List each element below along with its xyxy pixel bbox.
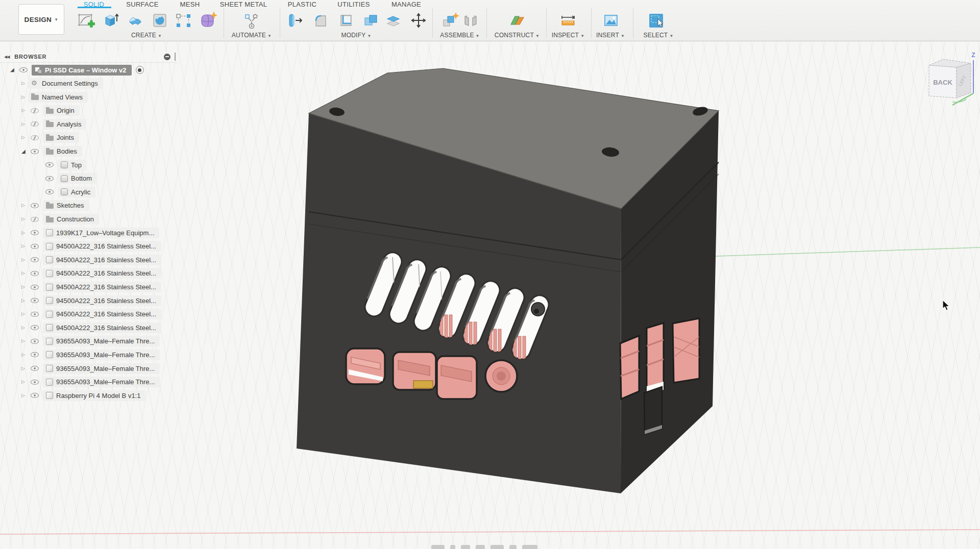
browser-row-component[interactable]: 94500A222_316 Stainless Steel... bbox=[0, 295, 184, 306]
browser-row-sketches[interactable]: Sketches bbox=[0, 201, 184, 211]
expand-arrow-icon[interactable] bbox=[10, 67, 17, 72]
browser-row-component[interactable]: 93655A093_Male–Female Thre... bbox=[0, 377, 184, 387]
browser-row-root-component[interactable]: Pi SSD Case – Window v2 bbox=[0, 65, 184, 75]
display-settings-icon[interactable] bbox=[164, 54, 170, 60]
expand-arrow-icon[interactable] bbox=[21, 285, 28, 289]
visibility-eye-icon[interactable] bbox=[31, 135, 39, 140]
shell-button[interactable] bbox=[334, 9, 358, 32]
visibility-eye-icon[interactable] bbox=[31, 366, 39, 371]
browser-row-component[interactable]: 94500A222_316 Stainless Steel... bbox=[0, 309, 184, 319]
automate-configure-button[interactable] bbox=[240, 9, 263, 32]
expand-arrow-icon[interactable] bbox=[21, 217, 28, 221]
browser-row-joints[interactable]: Joints bbox=[0, 133, 184, 143]
visibility-eye-icon[interactable] bbox=[31, 380, 39, 385]
expand-arrow-icon[interactable] bbox=[21, 339, 28, 343]
tab-sheet-metal[interactable]: SHEET METAL bbox=[220, 1, 267, 8]
expand-arrow-icon[interactable] bbox=[21, 271, 28, 276]
expand-arrow-icon[interactable] bbox=[21, 312, 28, 316]
visibility-eye-icon[interactable] bbox=[31, 352, 39, 357]
view-cube[interactable]: BACK LEFT Z bbox=[914, 45, 980, 111]
collapse-panel-icon[interactable]: ◀◀ bbox=[4, 55, 9, 59]
group-label-create[interactable]: CREATE▼ bbox=[131, 32, 162, 39]
browser-row-document-settings[interactable]: Document Settings bbox=[0, 79, 184, 89]
browser-row-component[interactable]: 94500A222_316 Stainless Steel... bbox=[0, 255, 184, 265]
extrude-button[interactable] bbox=[99, 9, 122, 32]
browser-row-raspberry-pi[interactable]: Raspberry Pi 4 Model B v1:1 bbox=[0, 390, 184, 401]
visibility-eye-icon[interactable] bbox=[31, 108, 39, 113]
create-form-button[interactable] bbox=[196, 9, 219, 32]
expand-arrow-icon[interactable] bbox=[21, 95, 28, 99]
visibility-eye-icon[interactable] bbox=[45, 162, 54, 167]
expand-arrow-icon[interactable] bbox=[21, 298, 28, 303]
panel-resize-handle[interactable] bbox=[175, 53, 176, 61]
browser-row-analysis[interactable]: Analysis bbox=[0, 119, 184, 129]
move-copy-button[interactable] bbox=[407, 9, 430, 32]
create-sketch-button[interactable] bbox=[74, 9, 97, 32]
browser-row-component[interactable]: 1939K17_Low–Voltage Equipm... bbox=[0, 228, 184, 238]
browser-row-component[interactable]: 94500A222_316 Stainless Steel... bbox=[0, 282, 184, 292]
expand-arrow-icon[interactable] bbox=[21, 149, 28, 154]
expand-arrow-icon[interactable] bbox=[21, 244, 28, 248]
workspace-switcher[interactable]: DESIGN ▼ bbox=[18, 4, 64, 35]
joint-button[interactable] bbox=[459, 9, 482, 32]
browser-row-body-acrylic[interactable]: Acrylic bbox=[0, 187, 184, 197]
revolve-button[interactable] bbox=[124, 9, 147, 32]
browser-row-component[interactable]: 93655A093_Male–Female Thre... bbox=[0, 336, 184, 346]
group-label-insert[interactable]: INSERT▼ bbox=[596, 32, 625, 39]
browser-row-component[interactable]: 94500A222_316 Stainless Steel... bbox=[0, 241, 184, 252]
browser-row-component[interactable]: 93655A093_Male–Female Thre... bbox=[0, 350, 184, 360]
browser-row-origin[interactable]: Origin bbox=[0, 106, 184, 116]
group-label-automate[interactable]: AUTOMATE▼ bbox=[232, 32, 272, 39]
tab-utilities[interactable]: UTILITIES bbox=[337, 1, 370, 8]
group-label-modify[interactable]: MODIFY▼ bbox=[341, 32, 372, 39]
visibility-eye-icon[interactable] bbox=[31, 244, 39, 249]
nav-icon-top[interactable] bbox=[509, 545, 517, 549]
browser-row-component[interactable]: 94500A222_316 Stainless Steel... bbox=[0, 322, 184, 333]
visibility-eye-icon[interactable] bbox=[31, 325, 39, 330]
group-label-assemble[interactable]: ASSEMBLE▼ bbox=[440, 32, 479, 39]
fillet-button[interactable] bbox=[309, 9, 332, 32]
nav-icon-top[interactable] bbox=[450, 545, 455, 549]
visibility-eye-icon[interactable] bbox=[31, 271, 39, 276]
expand-arrow-icon[interactable] bbox=[21, 135, 28, 140]
expand-arrow-icon[interactable] bbox=[21, 353, 28, 357]
visibility-eye-icon[interactable] bbox=[31, 339, 39, 344]
navigation-bar-clipped[interactable] bbox=[431, 545, 549, 549]
rectangular-pattern-button[interactable] bbox=[172, 9, 195, 32]
expand-arrow-icon[interactable] bbox=[21, 393, 28, 398]
combine-button[interactable] bbox=[359, 9, 383, 32]
nav-icon-top[interactable] bbox=[491, 545, 504, 549]
visibility-eye-icon[interactable] bbox=[45, 176, 54, 181]
tab-plastic[interactable]: PLASTIC bbox=[288, 1, 316, 8]
visibility-eye-icon[interactable] bbox=[31, 312, 39, 317]
expand-arrow-icon[interactable] bbox=[21, 380, 28, 384]
expand-arrow-icon[interactable] bbox=[21, 203, 28, 208]
browser-row-construction[interactable]: Construction bbox=[0, 214, 184, 224]
visibility-eye-icon[interactable] bbox=[45, 189, 54, 194]
browser-row-component[interactable]: 94500A222_316 Stainless Steel... bbox=[0, 268, 184, 279]
visibility-eye-icon[interactable] bbox=[31, 285, 39, 290]
expand-arrow-icon[interactable] bbox=[21, 108, 28, 113]
offset-face-button[interactable] bbox=[381, 9, 405, 32]
tab-mesh[interactable]: MESH bbox=[180, 1, 200, 8]
nav-icon-top[interactable] bbox=[522, 545, 537, 549]
group-label-select[interactable]: SELECT▼ bbox=[643, 32, 673, 39]
expand-arrow-icon[interactable] bbox=[21, 258, 28, 262]
nav-icon-top[interactable] bbox=[431, 545, 445, 549]
measure-button[interactable] bbox=[556, 9, 580, 32]
expand-arrow-icon[interactable] bbox=[21, 366, 28, 371]
browser-row-component[interactable]: 93655A093_Male–Female Thre... bbox=[0, 363, 184, 373]
select-button[interactable] bbox=[644, 9, 668, 32]
tab-manage[interactable]: MANAGE bbox=[391, 1, 421, 8]
expand-arrow-icon[interactable] bbox=[21, 122, 28, 127]
press-pull-button[interactable] bbox=[283, 9, 307, 32]
tab-surface[interactable]: SURFACE bbox=[126, 1, 159, 8]
browser-row-bodies[interactable]: Bodies bbox=[0, 146, 184, 157]
nav-icon-top[interactable] bbox=[476, 545, 485, 549]
browser-row-body-top[interactable]: Top bbox=[0, 160, 184, 170]
expand-arrow-icon[interactable] bbox=[21, 231, 28, 235]
nav-icon-top[interactable] bbox=[461, 545, 470, 549]
expand-arrow-icon[interactable] bbox=[21, 81, 28, 86]
insert-canvas-button[interactable] bbox=[599, 9, 623, 32]
group-label-construct[interactable]: CONSTRUCT▼ bbox=[495, 32, 540, 39]
